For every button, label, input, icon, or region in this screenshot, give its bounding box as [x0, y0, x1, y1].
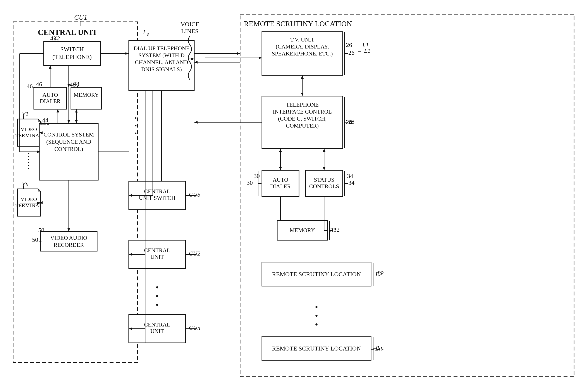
video-terminal1-label2: TERMINAL [15, 132, 42, 138]
l1-ref-label: L1 [364, 47, 371, 54]
dots-terminals: ⋮ [24, 151, 33, 161]
voice-lines-label1: VOICE [181, 21, 199, 27]
32-ref-label: 32 [334, 226, 340, 233]
central-unit-label: CENTRAL UNIT [38, 28, 97, 37]
dots-l: • [315, 302, 318, 312]
50-ref-label: 50 [32, 236, 38, 243]
tel-interface-label2: INTERFACE CONTROL [273, 108, 332, 115]
28-ref-label: 28 [348, 118, 355, 125]
tel-interface-label4: COMPUTER) [286, 123, 319, 129]
auto-dialer-46-label: 46 [36, 81, 42, 87]
auto-dialer-remote-label2: DIALER [270, 183, 291, 190]
diagram-container: CU1 CENTRAL UNIT 42 SWITCH (TELEPHONE) 4… [0, 0, 588, 385]
svg-rect-14 [40, 232, 97, 251]
memory-label: MEMORY [74, 92, 99, 98]
video-terminaln-label: VIDEO [21, 196, 37, 202]
34-ref-label: 34 [348, 179, 355, 186]
auto-dialer-label2: DIALER [40, 98, 61, 104]
tv-unit-label1: T.V. UNIT [290, 37, 315, 43]
dial-up-label2: SYSTEM (WITH D [139, 52, 185, 59]
tel-interface-label1: TELEPHONE [286, 102, 319, 108]
vn-label: Vn [22, 180, 29, 187]
tv-unit-label3: SPEAKERPHONE, ETC.) [272, 50, 333, 57]
video-terminal1-label: VIDEO [21, 127, 37, 132]
svg-rect-7 [71, 87, 102, 109]
v1-label: V1 [22, 110, 29, 117]
cu-switch-label1: CENTRAL [144, 188, 170, 194]
tv-unit-label2: (CAMERA, DISPLAY, [276, 43, 329, 50]
46-ref-label: 46 [27, 83, 33, 89]
switch-telephone-label: (TELEPHONE) [52, 54, 92, 60]
tv-unit-26-label: 26 [346, 42, 352, 48]
dots-l2: • [315, 311, 318, 321]
42-ref-label: 42 [50, 35, 56, 42]
voice-lines-label2: LINES [181, 28, 198, 35]
recorder-50-label: 50 [38, 227, 44, 234]
auto-dialer-remote-label1: AUTO [273, 177, 288, 183]
l2-ref-label: L2 [377, 270, 384, 277]
cu-switch-label2: UNIT SWITCH [139, 195, 175, 201]
30-ref-label: 30 [247, 179, 253, 186]
control-system-label3: CONTROL) [54, 146, 83, 152]
control-system-label2: (SEQUENCE AND [46, 139, 91, 145]
ts-sub-label: s [147, 32, 149, 37]
recorder-label1: VIDEO AUDIO [50, 235, 87, 241]
dots-dialup1: • [135, 115, 137, 121]
auto-dialer-30-label: 30 [254, 172, 260, 179]
auto-dialer-label: AUTO [42, 92, 58, 98]
cu2-label1: CENTRAL [144, 247, 170, 254]
ln-ref-label: Ln [377, 344, 384, 351]
dial-up-label1: DIAL UP TELEPHONE [134, 45, 189, 52]
memory-remote-label: MEMORY [290, 227, 315, 234]
dots-dialup2: • [135, 122, 137, 129]
dots-dialup3: • [135, 130, 137, 137]
26-ref-label: 26 [348, 49, 355, 56]
dots-l3: • [315, 320, 318, 330]
recorder-label2: RECORDER [54, 242, 84, 248]
dots-terminals2: ⋮ [24, 160, 33, 170]
remote-ln-label: REMOTE SCRUTINY LOCATION [272, 345, 361, 352]
cun-ref-label: CUn [189, 324, 200, 331]
remote-scrutiny-title: REMOTE SCRUTINY LOCATION [244, 20, 352, 28]
ts-label: T [142, 28, 146, 35]
cun-label2: UNIT [150, 328, 164, 334]
dots-cu: • [156, 283, 159, 292]
remote-l2-label: REMOTE SCRUTINY LOCATION [272, 271, 361, 278]
status-controls-label2: CONTROLS [309, 183, 339, 190]
tel-interface-label3: (CODE C, SWITCH, [278, 115, 327, 122]
dots-cu3: • [156, 300, 159, 310]
dial-up-label3: CHANNEL, ANI AND [135, 59, 188, 65]
cu2-ref-label: CU2 [189, 250, 200, 257]
control-system-label1: CONTROL SYSTEM [44, 131, 94, 138]
cus-label: CUS [189, 191, 200, 198]
switch-label: SWITCH [60, 46, 84, 53]
cu1-label: CU1 [74, 13, 87, 21]
dial-up-label4: DNIS SIGNALS) [141, 66, 182, 72]
cu2-label2: UNIT [150, 254, 164, 260]
48-ref-label: 48 [70, 81, 76, 88]
status-controls-label1: STATUS [314, 177, 334, 183]
dots-cu2: • [156, 291, 159, 301]
cun-label1: CENTRAL [144, 321, 170, 328]
44-ref-label: 44 [40, 120, 46, 127]
status-34-label: 34 [347, 172, 353, 179]
